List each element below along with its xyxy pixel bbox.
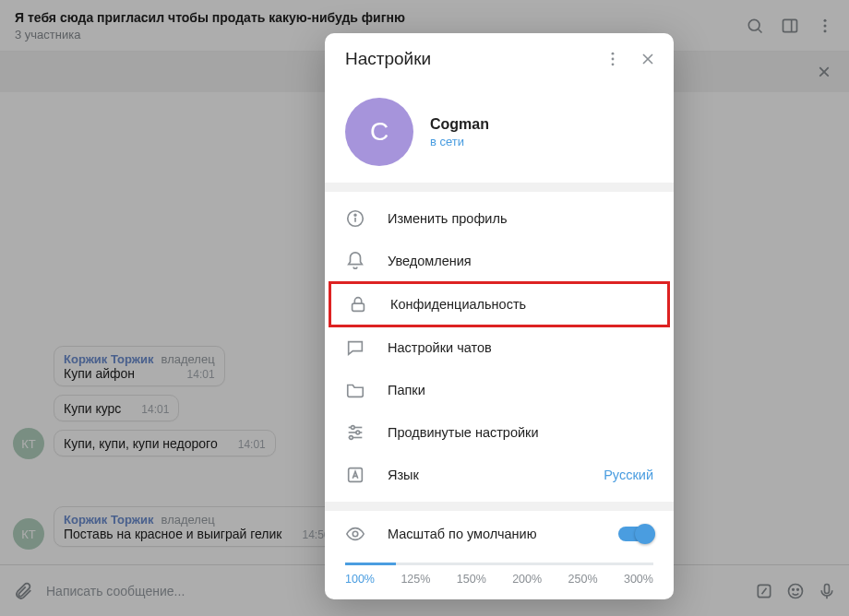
folder-icon bbox=[345, 380, 365, 400]
settings-item-value: Русский bbox=[604, 468, 653, 482]
settings-item-language[interactable]: Язык Русский bbox=[325, 454, 674, 496]
settings-panel: Настройки C Cogman в сети Изменить профи… bbox=[325, 33, 674, 599]
sliders-icon bbox=[345, 422, 365, 443]
separator bbox=[325, 502, 674, 511]
settings-item-folders[interactable]: Папки bbox=[325, 369, 674, 411]
settings-item-label: Язык bbox=[388, 468, 581, 482]
svg-point-16 bbox=[612, 63, 615, 65]
settings-item-label: Изменить профиль bbox=[388, 211, 653, 226]
language-icon bbox=[345, 465, 365, 485]
svg-point-15 bbox=[612, 58, 615, 61]
eye-icon bbox=[345, 524, 365, 544]
settings-item-privacy[interactable]: Конфиденциальность bbox=[329, 281, 670, 327]
scale-label: Масштаб по умолчанию bbox=[388, 527, 596, 541]
settings-item-advanced[interactable]: Продвинутые настройки bbox=[325, 411, 674, 454]
scale-slider[interactable] bbox=[345, 563, 653, 565]
scale-option[interactable]: 150% bbox=[457, 573, 486, 586]
more-icon[interactable] bbox=[604, 50, 622, 68]
settings-title: Настройки bbox=[345, 49, 587, 69]
svg-point-21 bbox=[354, 214, 356, 216]
svg-point-30 bbox=[353, 531, 358, 537]
lock-icon bbox=[348, 294, 368, 314]
scale-option[interactable]: 250% bbox=[568, 573, 598, 586]
scale-option[interactable]: 200% bbox=[512, 573, 542, 586]
settings-item-label: Настройки чатов bbox=[388, 340, 653, 355]
settings-item-edit-profile[interactable]: Изменить профиль bbox=[325, 197, 674, 240]
default-scale-toggle[interactable] bbox=[618, 527, 653, 541]
settings-item-notifications[interactable]: Уведомления bbox=[325, 240, 674, 282]
info-icon bbox=[345, 208, 365, 229]
settings-item-label: Папки bbox=[388, 383, 653, 397]
settings-item-label: Конфиденциальность bbox=[390, 297, 651, 312]
svg-rect-22 bbox=[353, 303, 365, 311]
svg-point-24 bbox=[351, 426, 354, 430]
close-icon[interactable] bbox=[639, 50, 657, 68]
scale-option[interactable]: 125% bbox=[401, 573, 430, 586]
separator bbox=[325, 183, 674, 192]
profile-status: в сети bbox=[430, 135, 489, 148]
scale-slider-fill bbox=[345, 563, 396, 565]
svg-point-14 bbox=[612, 53, 615, 55]
chat-icon bbox=[345, 338, 365, 358]
profile-avatar[interactable]: C bbox=[345, 98, 413, 166]
profile-name: Cogman bbox=[430, 116, 489, 133]
scale-option[interactable]: 100% bbox=[345, 573, 375, 586]
svg-point-28 bbox=[350, 436, 353, 440]
scale-options: 100% 125% 150% 200% 250% 300% bbox=[345, 573, 653, 586]
settings-item-label: Уведомления bbox=[388, 254, 653, 268]
scale-option[interactable]: 300% bbox=[624, 573, 653, 586]
svg-point-26 bbox=[356, 431, 360, 434]
settings-item-label: Продвинутые настройки bbox=[388, 425, 653, 440]
settings-item-chat-settings[interactable]: Настройки чатов bbox=[325, 326, 674, 369]
bell-icon bbox=[345, 251, 365, 271]
